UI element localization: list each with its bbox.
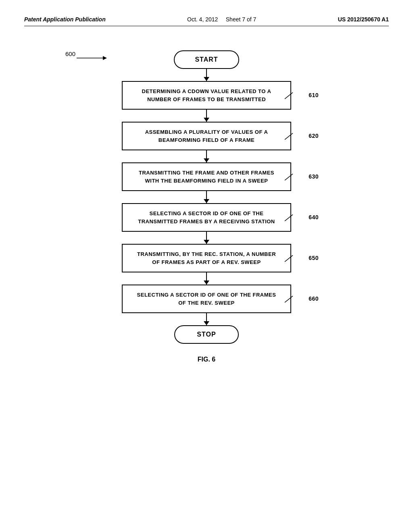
step-610-text: DETERMINING A CDOWN VALUE RELATED TO ANU…	[142, 88, 271, 102]
step-620-text: ASSEMBLING A PLURALITY OF VALUES OF ABEA…	[145, 129, 268, 143]
step-row-610: DETERMINING A CDOWN VALUE RELATED TO ANU…	[122, 81, 291, 110]
svg-line-5	[285, 214, 293, 221]
stop-oval: STOP	[174, 325, 239, 344]
arrow-2	[206, 110, 207, 122]
arrow-3	[206, 150, 207, 162]
svg-line-4	[285, 174, 293, 180]
step-label-660: 660	[283, 295, 319, 303]
fig-label: FIG. 6	[198, 356, 215, 363]
arrow-5	[206, 232, 207, 244]
arrow-6	[206, 272, 207, 285]
step-label-650: 650	[283, 254, 319, 262]
step-label-610: 610	[283, 91, 319, 100]
svg-line-2	[285, 92, 293, 99]
step-660-text: SELECTING A SECTOR ID OF ONE OF THE FRAM…	[137, 292, 276, 306]
step-630-slash-icon	[283, 173, 307, 181]
header-patent-number: US 2012/250670 A1	[338, 16, 389, 23]
step-650-text: TRANSMITTING, BY THE REC. STATION, A NUM…	[137, 251, 276, 265]
step-row-640: SELECTING A SECTOR ID OF ONE OF THETRANS…	[122, 203, 291, 232]
diagram: 600 START DETERMINING A CDOWN VALUE RELA…	[24, 50, 389, 363]
page-header: Patent Application Publication Oct. 4, 2…	[24, 16, 389, 26]
process-box-620: ASSEMBLING A PLURALITY OF VALUES OF ABEA…	[122, 122, 291, 150]
step-650-slash-icon	[283, 254, 307, 262]
header-publication: Patent Application Publication	[24, 16, 106, 23]
svg-line-3	[285, 133, 293, 139]
process-box-640: SELECTING A SECTOR ID OF ONE OF THETRANS…	[122, 203, 291, 232]
process-box-660: SELECTING A SECTOR ID OF ONE OF THE FRAM…	[122, 285, 291, 313]
step-label-630: 630	[283, 172, 319, 181]
arrow-7	[206, 313, 207, 325]
header-date: Oct. 4, 2012	[187, 16, 218, 23]
step-row-620: ASSEMBLING A PLURALITY OF VALUES OF ABEA…	[122, 122, 291, 150]
step-660-slash-icon	[283, 295, 307, 303]
step-640-slash-icon	[283, 214, 307, 222]
start-oval: START	[174, 50, 239, 69]
step-row-630: TRANSMITTING THE FRAME AND OTHER FRAMESW…	[122, 162, 291, 191]
step-610-slash-icon	[283, 91, 307, 100]
step-row-650: TRANSMITTING, BY THE REC. STATION, A NUM…	[122, 244, 291, 272]
process-box-630: TRANSMITTING THE FRAME AND OTHER FRAMESW…	[122, 162, 291, 191]
header-sheet: Sheet 7 of 7	[226, 16, 257, 23]
arrow-4	[206, 191, 207, 203]
step-label-640: 640	[283, 213, 319, 222]
svg-line-7	[285, 296, 293, 302]
step-640-text: SELECTING A SECTOR ID OF ONE OF THETRANS…	[138, 210, 275, 224]
header-date-sheet: Oct. 4, 2012 Sheet 7 of 7	[187, 16, 256, 23]
process-box-610: DETERMINING A CDOWN VALUE RELATED TO ANU…	[122, 81, 291, 110]
step-row-660: SELECTING A SECTOR ID OF ONE OF THE FRAM…	[122, 285, 291, 313]
svg-line-6	[285, 255, 293, 262]
flowchart: START DETERMINING A CDOWN VALUE RELATED …	[65, 50, 348, 344]
page: Patent Application Publication Oct. 4, 2…	[0, 0, 413, 532]
process-box-650: TRANSMITTING, BY THE REC. STATION, A NUM…	[122, 244, 291, 272]
step-label-620: 620	[283, 132, 319, 140]
step-630-text: TRANSMITTING THE FRAME AND OTHER FRAMESW…	[139, 170, 274, 184]
arrow-1	[206, 69, 207, 81]
step-620-slash-icon	[283, 132, 307, 140]
